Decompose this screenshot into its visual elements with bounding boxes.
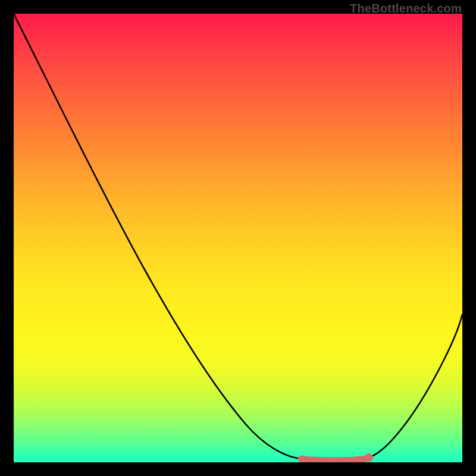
chart-svg [14,14,462,462]
watermark-text: TheBottleneck.com [350,2,462,15]
marker-dot [365,453,373,462]
emphasis-segment [301,459,365,461]
chart-frame [14,14,462,462]
bottleneck-curve [14,14,462,461]
